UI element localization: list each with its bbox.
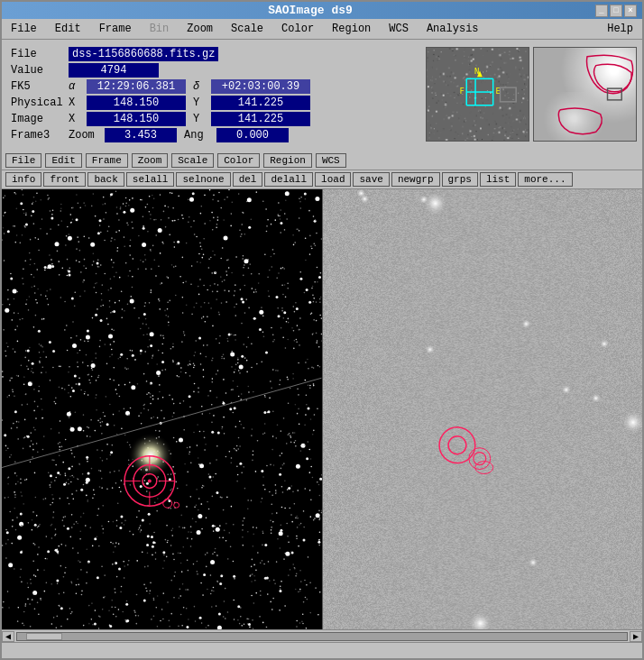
svg-point-18 xyxy=(174,502,179,508)
info-button[interactable]: info xyxy=(5,172,41,187)
svg-point-25 xyxy=(473,453,485,465)
svg-point-17 xyxy=(163,499,172,508)
delta-value: +02:03:00.39 xyxy=(211,79,310,94)
title-bar: SAOImage ds9 _ □ × xyxy=(2,2,642,19)
file-label: File xyxy=(11,48,65,60)
scroll-left-button[interactable]: ◀ xyxy=(2,631,14,642)
phys-x-label: X xyxy=(69,96,83,109)
del-button[interactable]: del xyxy=(233,172,263,187)
img-x-label: X xyxy=(69,113,83,125)
phys-y-label: Y xyxy=(193,96,207,109)
save-button[interactable]: save xyxy=(353,172,389,187)
physical-row: Physical X 148.150 Y 141.225 xyxy=(11,96,417,110)
right-overlay xyxy=(323,189,643,629)
delall-button[interactable]: delall xyxy=(264,172,313,187)
newgrp-button[interactable]: newgrp xyxy=(391,172,440,187)
menu-region[interactable]: Region xyxy=(327,21,376,37)
more-button[interactable]: more... xyxy=(518,172,572,187)
img-y-label: Y xyxy=(193,113,207,125)
ang-value: 0.000 xyxy=(216,128,289,142)
grps-button[interactable]: grps xyxy=(442,172,478,187)
back-button[interactable]: back xyxy=(87,172,124,187)
svg-rect-11 xyxy=(608,88,622,100)
info-panel: File dss-1156860688.fits.gz Value 4794 F… xyxy=(2,40,642,151)
delta-symbol: δ xyxy=(193,80,207,93)
menu-bar: File Edit Frame Bin Zoom Scale Color Reg… xyxy=(2,19,642,40)
alpha-symbol: α xyxy=(69,80,83,93)
svg-rect-10 xyxy=(501,87,517,102)
image-label: Image xyxy=(11,113,65,125)
sub-region-button[interactable]: Region xyxy=(263,153,312,168)
selall-button[interactable]: selall xyxy=(126,172,175,187)
title-text: SAOImage ds9 xyxy=(25,4,595,17)
img-y-value: 141.225 xyxy=(211,112,310,126)
menu-color[interactable]: Color xyxy=(276,21,319,37)
zoom-value: 3.453 xyxy=(105,128,177,142)
file-value: dss-1156860688.fits.gz xyxy=(69,47,218,61)
fk5-row: FK5 α 12:29:06.381 δ +02:03:00.39 xyxy=(11,79,417,94)
sub-wcs-button[interactable]: WCS xyxy=(316,153,346,168)
phys-y-value: 141.225 xyxy=(211,96,310,110)
sub-frame-button[interactable]: Frame xyxy=(86,153,128,168)
close-button[interactable]: × xyxy=(624,5,637,17)
maximize-button[interactable]: □ xyxy=(610,5,622,17)
ang-label: Ang xyxy=(184,129,213,142)
menu-file[interactable]: File xyxy=(5,21,42,37)
frame-label: Frame3 xyxy=(11,129,65,142)
img-x-value: 148.150 xyxy=(87,112,186,126)
svg-point-23 xyxy=(439,427,475,463)
menu-help[interactable]: Help xyxy=(602,21,639,37)
menu-analysis[interactable]: Analysis xyxy=(421,21,484,37)
contour-overlay xyxy=(534,48,636,141)
minimize-button[interactable]: _ xyxy=(595,5,608,17)
value-label: Value xyxy=(11,64,65,77)
menu-zoom[interactable]: Zoom xyxy=(181,21,218,37)
frame-row: Frame3 Zoom 3.453 Ang 0.000 xyxy=(11,128,417,142)
horizontal-scrollbar[interactable]: ◀ ▶ xyxy=(2,629,642,642)
scroll-thumb[interactable] xyxy=(26,633,62,640)
alpha-value: 12:29:06.381 xyxy=(87,79,186,94)
sub-color-button[interactable]: Color xyxy=(217,153,260,168)
svg-point-24 xyxy=(448,436,466,454)
svg-line-12 xyxy=(2,378,322,467)
menu-bin[interactable]: Bin xyxy=(144,21,175,37)
info-box: File dss-1156860688.fits.gz Value 4794 F… xyxy=(7,43,420,148)
value-value: 4794 xyxy=(69,63,159,78)
value-row: Value 4794 xyxy=(11,63,417,78)
region-toolbar: info front back selall selnone del delal… xyxy=(2,170,642,189)
frame-left[interactable] xyxy=(2,189,323,629)
menu-edit[interactable]: Edit xyxy=(50,21,87,37)
main-window: SAOImage ds9 _ □ × File Edit Frame Bin Z… xyxy=(0,0,644,660)
svg-point-26 xyxy=(468,448,490,470)
image-row: Image X 148.150 Y 141.225 xyxy=(11,112,417,126)
menu-wcs[interactable]: WCS xyxy=(383,21,414,37)
contour-thumbnail[interactable] xyxy=(533,47,637,142)
nav-thumbnail[interactable]: N E F xyxy=(426,47,529,142)
sub-scale-button[interactable]: Scale xyxy=(171,153,214,168)
sub-edit-button[interactable]: Edit xyxy=(45,153,81,168)
image-area xyxy=(2,189,642,629)
left-overlay xyxy=(2,189,322,629)
list-button[interactable]: list xyxy=(480,172,516,187)
physical-label: Physical xyxy=(11,96,65,109)
svg-text:F: F xyxy=(459,87,464,96)
sub-zoom-button[interactable]: Zoom xyxy=(132,153,168,168)
scroll-right-button[interactable]: ▶ xyxy=(630,631,642,642)
menu-frame[interactable]: Frame xyxy=(94,21,137,37)
fk5-label: FK5 xyxy=(11,80,65,93)
load-button[interactable]: load xyxy=(315,172,351,187)
nav-overlay: N E F xyxy=(427,48,529,141)
frame-right[interactable] xyxy=(323,189,643,629)
front-button[interactable]: front xyxy=(43,172,86,187)
file-row: File dss-1156860688.fits.gz xyxy=(11,47,417,61)
zoom-label: Zoom xyxy=(69,129,101,142)
sub-file-button[interactable]: File xyxy=(5,153,41,168)
status-bar xyxy=(2,642,642,658)
selnone-button[interactable]: selnone xyxy=(176,172,230,187)
sub-menu-bar: File Edit Frame Zoom Scale Color Region … xyxy=(2,151,642,170)
title-controls[interactable]: _ □ × xyxy=(595,5,637,17)
scroll-track[interactable] xyxy=(16,632,628,641)
menu-scale[interactable]: Scale xyxy=(225,21,269,37)
svg-point-16 xyxy=(148,479,152,482)
phys-x-value: 148.150 xyxy=(87,96,186,110)
